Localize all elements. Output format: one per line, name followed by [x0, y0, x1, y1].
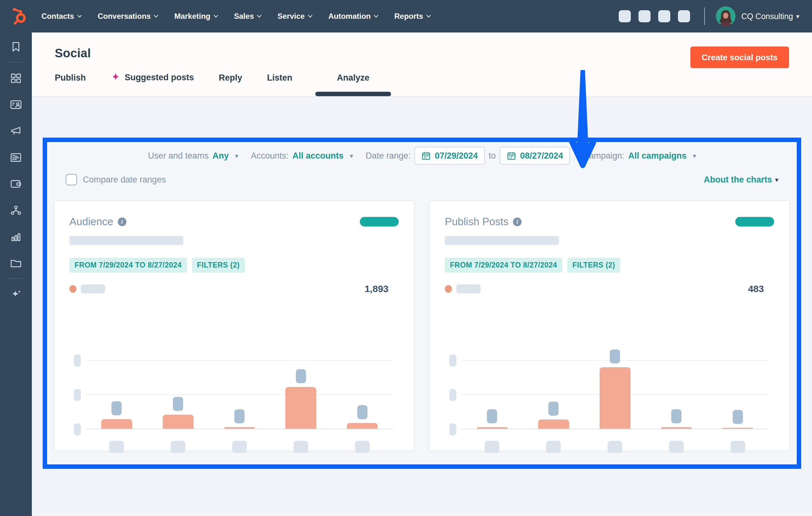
tab-reply[interactable]: Reply — [219, 73, 242, 96]
sidebar-divider — [8, 62, 23, 63]
account-menu[interactable]: CQ Consulting — [741, 12, 793, 21]
info-icon[interactable]: i — [513, 218, 522, 226]
nav-marketing[interactable]: Marketing — [174, 12, 217, 21]
data-label-skeleton — [548, 402, 558, 415]
y-axis-tick-skeleton — [449, 389, 456, 401]
newspaper-icon[interactable] — [9, 151, 23, 164]
info-icon[interactable]: i — [118, 218, 126, 226]
date-to-input[interactable]: 08/27/2024 — [500, 147, 570, 165]
compare-date-ranges-checkbox[interactable] — [66, 174, 77, 185]
bar — [347, 423, 378, 429]
date-from-input[interactable]: 07/29/2024 — [414, 147, 485, 165]
gridline — [86, 394, 393, 395]
chevron-down-icon — [154, 13, 158, 18]
y-axis-tick-skeleton — [74, 423, 81, 435]
legend-label-skeleton — [81, 284, 105, 293]
nav-contacts[interactable]: Contacts — [41, 12, 81, 21]
tab-analyze[interactable]: Analyze — [337, 73, 369, 96]
hubspot-logo-icon[interactable] — [11, 7, 27, 25]
avatar[interactable] — [716, 6, 735, 26]
nav-right-tools: CQ Consulting ▾ — [611, 6, 799, 26]
tab-bar: Publish Suggested posts Reply Listen Ana… — [55, 72, 394, 96]
data-label-skeleton — [296, 369, 306, 383]
subtitle-skeleton — [445, 236, 559, 245]
calendar-icon — [421, 151, 431, 161]
bar — [101, 419, 132, 429]
card-title: Publish Posts i — [445, 216, 522, 228]
nav-sales[interactable]: Sales — [234, 12, 261, 21]
create-social-posts-button[interactable]: Create social posts — [690, 47, 789, 68]
ai-sparkle-icon[interactable] — [9, 288, 23, 301]
page-title: Social — [55, 47, 91, 60]
sidebar-divider — [8, 278, 23, 279]
content-area: Social Create social posts Publish Sugge… — [32, 32, 812, 516]
tab-publish[interactable]: Publish — [55, 73, 86, 96]
x-axis-label-skeleton — [485, 441, 499, 453]
data-label-skeleton — [112, 401, 122, 415]
sitemap-icon[interactable] — [9, 204, 23, 217]
filters-badge: FILTERS (2) — [192, 258, 245, 273]
chevron-down-icon: ▾ — [796, 13, 799, 20]
nav-reports[interactable]: Reports — [394, 12, 430, 21]
publish-posts-bar-chart — [461, 337, 768, 429]
x-axis-label-skeleton — [608, 441, 622, 453]
y-axis-tick-skeleton — [449, 423, 456, 435]
campaign-dropdown[interactable]: All campaigns▾ — [628, 151, 696, 161]
chevron-down-icon — [77, 13, 82, 18]
chevron-down-icon — [374, 13, 378, 18]
date-range-filter: Date range: 07/29/2024 to 08/27/2024 — [366, 147, 570, 165]
date-range-badge: FROM 7/29/2024 TO 8/27/2024 — [445, 258, 562, 273]
total-value: 483 — [748, 284, 774, 294]
data-label-skeleton — [487, 409, 497, 423]
nav-icon-placeholder[interactable] — [619, 10, 631, 22]
bar — [538, 420, 569, 429]
grid-dashboard-icon[interactable] — [9, 71, 23, 85]
x-axis-label-skeleton — [730, 441, 745, 453]
nav-service[interactable]: Service — [277, 12, 312, 21]
toggle-pill-skeleton[interactable] — [360, 217, 399, 227]
accounts-dropdown[interactable]: All accounts▾ — [292, 151, 353, 161]
compare-date-ranges[interactable]: Compare date ranges — [66, 174, 166, 185]
data-label-skeleton — [234, 409, 244, 423]
x-axis-label-skeleton — [171, 441, 185, 453]
analyze-body: User and teams Any▾ Accounts: All accoun… — [32, 97, 812, 516]
campaign-filter: Campaign: All campaigns▾ — [583, 151, 696, 161]
options-row: Compare date ranges About the charts ▾ — [47, 173, 797, 187]
calendar-icon — [506, 151, 516, 161]
nav-conversations[interactable]: Conversations — [98, 12, 158, 21]
folder-icon[interactable] — [9, 256, 23, 270]
total-value: 1,893 — [365, 284, 399, 294]
bar — [722, 428, 753, 429]
bar — [285, 387, 316, 429]
audience-bar-chart — [86, 337, 393, 429]
filters-row: User and teams Any▾ Accounts: All accoun… — [47, 146, 797, 165]
nav-icon-placeholder[interactable] — [678, 10, 690, 22]
tab-suggested-posts[interactable]: Suggested posts — [111, 72, 194, 96]
data-label-skeleton — [733, 410, 743, 424]
data-label-skeleton — [173, 397, 183, 411]
bar — [163, 415, 194, 429]
toggle-pill-skeleton[interactable] — [735, 217, 774, 227]
megaphone-icon[interactable] — [9, 124, 23, 138]
data-label-skeleton — [357, 405, 368, 419]
wallet-icon[interactable] — [9, 177, 23, 191]
bar-chart-icon[interactable] — [9, 230, 23, 243]
chevron-down-icon — [426, 13, 431, 18]
chevron-down-icon: ▾ — [775, 177, 778, 183]
data-label-skeleton — [610, 349, 620, 364]
nav-automation[interactable]: Automation — [328, 12, 378, 21]
bookmark-icon[interactable] — [9, 40, 23, 54]
x-axis-baseline — [86, 429, 393, 429]
nav-icon-placeholder[interactable] — [658, 10, 670, 22]
bar — [600, 367, 631, 429]
x-axis-label-skeleton — [669, 441, 684, 453]
user-teams-dropdown[interactable]: Any▾ — [212, 151, 238, 161]
nav-icon-placeholder[interactable] — [638, 10, 650, 22]
filter-badges: FROM 7/29/2024 TO 8/27/2024 FILTERS (2) — [69, 258, 399, 273]
contact-card-icon[interactable] — [9, 98, 23, 111]
chevron-down-icon — [257, 13, 261, 18]
audience-card: Audience i FROM 7/29/2024 TO 8/27/2024 F… — [54, 201, 414, 451]
publish-posts-card: Publish Posts i FROM 7/29/2024 TO 8/27/2… — [429, 201, 790, 451]
about-the-charts-link[interactable]: About the charts ▾ — [704, 175, 778, 185]
tab-listen[interactable]: Listen — [267, 73, 293, 96]
